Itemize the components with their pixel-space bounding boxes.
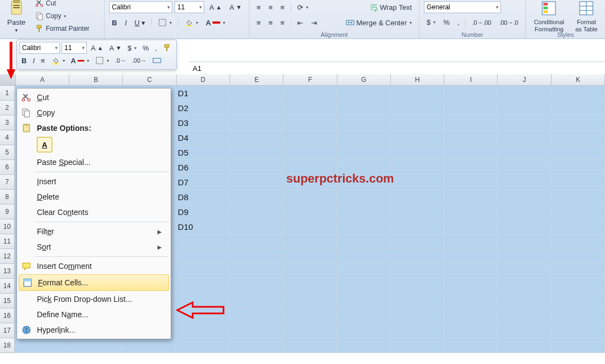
cell[interactable]	[390, 323, 444, 338]
cell[interactable]	[283, 219, 337, 234]
mini-dec-decimal[interactable]: .00→	[130, 56, 149, 65]
cell[interactable]	[283, 249, 337, 264]
cell[interactable]	[552, 234, 605, 249]
cell[interactable]	[552, 130, 605, 145]
cell[interactable]: D9	[176, 205, 230, 219]
cell[interactable]	[552, 294, 605, 308]
cell[interactable]	[498, 101, 552, 115]
cell[interactable]	[390, 264, 444, 279]
cell[interactable]	[283, 145, 337, 160]
font-name-combo[interactable]: Calibri	[109, 1, 172, 13]
cell[interactable]	[444, 308, 498, 323]
font-size-combo[interactable]: 11	[175, 1, 204, 13]
cell[interactable]	[444, 190, 498, 205]
cell[interactable]	[283, 101, 337, 115]
cell[interactable]	[283, 86, 337, 101]
accounting-format-icon[interactable]: $	[424, 16, 438, 28]
mini-accounting-icon[interactable]: $	[126, 43, 139, 53]
col-header[interactable]: K	[552, 74, 605, 86]
cell[interactable]	[176, 234, 230, 249]
cm-delete[interactable]: Delete	[18, 189, 170, 205]
cell[interactable]	[337, 323, 391, 338]
copy-button[interactable]: Copy	[32, 10, 92, 22]
cell[interactable]	[498, 308, 552, 323]
cell[interactable]	[444, 115, 498, 130]
cell[interactable]	[390, 294, 444, 308]
cell[interactable]	[283, 234, 337, 249]
cell[interactable]	[230, 234, 284, 249]
cell[interactable]	[552, 279, 605, 294]
cell[interactable]	[390, 145, 444, 160]
row-header[interactable]: 15	[0, 294, 15, 308]
orientation-icon[interactable]: ⟳	[295, 2, 311, 13]
cell[interactable]	[552, 190, 605, 205]
mini-grow-font-icon[interactable]: A▲	[89, 43, 105, 53]
mini-borders[interactable]	[93, 55, 111, 66]
cell[interactable]	[283, 279, 337, 294]
cell[interactable]	[15, 338, 69, 353]
cell[interactable]	[337, 234, 391, 249]
cell[interactable]	[498, 323, 552, 338]
mini-format-painter-icon[interactable]	[161, 42, 174, 53]
cm-clear-contents[interactable]: Clear Contents	[18, 205, 170, 220]
cell[interactable]	[230, 279, 284, 294]
cell[interactable]: D10	[176, 219, 230, 234]
cell[interactable]	[283, 115, 337, 130]
decrease-decimal-icon[interactable]: .00→.0	[496, 18, 521, 27]
percent-format-icon[interactable]: %	[440, 16, 453, 28]
align-middle-icon[interactable]: ≡	[266, 2, 276, 13]
cell[interactable]	[337, 264, 391, 279]
format-as-table-button[interactable]: Format as Table	[573, 0, 601, 34]
cell[interactable]	[283, 338, 337, 353]
cell[interactable]	[552, 249, 605, 264]
row-header[interactable]: 11	[0, 234, 15, 249]
cell[interactable]	[337, 294, 391, 308]
cell[interactable]	[337, 219, 391, 234]
cell[interactable]	[230, 145, 284, 160]
cell[interactable]	[230, 249, 284, 264]
cell[interactable]	[444, 294, 498, 308]
cell[interactable]	[552, 101, 605, 115]
comma-format-icon[interactable]: ,	[455, 16, 462, 28]
cell[interactable]	[390, 205, 444, 219]
cell[interactable]	[444, 205, 498, 219]
cell[interactable]	[176, 323, 230, 338]
cell[interactable]	[390, 160, 444, 175]
cell[interactable]	[498, 160, 552, 175]
cell[interactable]	[337, 205, 391, 219]
cell[interactable]	[390, 249, 444, 264]
cell[interactable]	[390, 115, 444, 130]
cell[interactable]	[283, 294, 337, 308]
cell[interactable]	[444, 338, 498, 353]
cell[interactable]	[230, 86, 284, 101]
cell[interactable]	[498, 145, 552, 160]
cell[interactable]	[337, 115, 391, 130]
cell[interactable]	[552, 205, 605, 219]
row-header[interactable]: 8	[0, 190, 15, 205]
cell[interactable]	[390, 101, 444, 115]
cell[interactable]	[230, 130, 284, 145]
cm-cut[interactable]: Cut	[18, 90, 170, 105]
cell[interactable]	[283, 130, 337, 145]
cell[interactable]	[444, 279, 498, 294]
cell[interactable]	[230, 338, 284, 353]
mini-align-icon[interactable]: ≡	[39, 56, 47, 66]
cm-insert[interactable]: Insert	[18, 174, 170, 189]
cell[interactable]	[230, 115, 284, 130]
cm-paste-special[interactable]: Paste Special...	[18, 155, 170, 170]
cell[interactable]	[230, 294, 284, 308]
cm-filter[interactable]: Filter▶	[18, 224, 170, 239]
cell[interactable]	[230, 101, 284, 115]
mini-inc-decimal[interactable]: .0→	[113, 56, 128, 65]
merge-center-button[interactable]: Merge & Center	[343, 16, 415, 29]
cell[interactable]	[337, 86, 391, 101]
row-header[interactable]: 5	[0, 145, 15, 160]
col-header[interactable]: H	[391, 74, 444, 86]
cell[interactable]	[337, 249, 391, 264]
cell[interactable]: D4	[176, 130, 230, 145]
italic-button[interactable]: I	[122, 17, 130, 29]
cell[interactable]: D5	[176, 145, 230, 160]
underline-button[interactable]: U ▾	[132, 17, 148, 29]
cell[interactable]: D3	[176, 115, 230, 130]
conditional-formatting-button[interactable]: Conditional Formatting	[530, 0, 568, 34]
